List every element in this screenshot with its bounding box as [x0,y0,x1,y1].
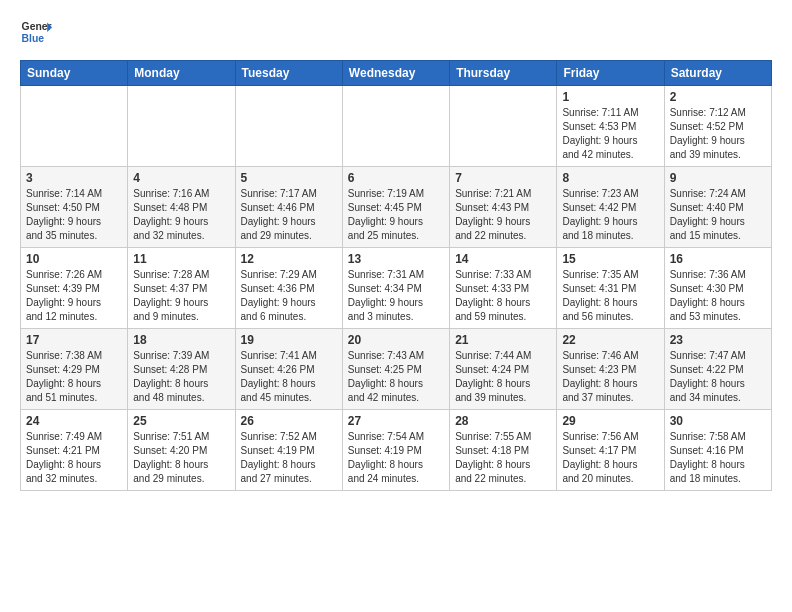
day-number: 11 [133,252,229,266]
calendar-cell: 2Sunrise: 7:12 AM Sunset: 4:52 PM Daylig… [664,86,771,167]
day-number: 27 [348,414,444,428]
day-number: 15 [562,252,658,266]
svg-text:Blue: Blue [22,33,45,44]
day-info: Sunrise: 7:38 AM Sunset: 4:29 PM Dayligh… [26,349,122,405]
day-number: 18 [133,333,229,347]
weekday-header-tuesday: Tuesday [235,61,342,86]
weekday-header-thursday: Thursday [450,61,557,86]
calendar-cell [450,86,557,167]
day-info: Sunrise: 7:36 AM Sunset: 4:30 PM Dayligh… [670,268,766,324]
day-number: 1 [562,90,658,104]
day-number: 7 [455,171,551,185]
day-info: Sunrise: 7:55 AM Sunset: 4:18 PM Dayligh… [455,430,551,486]
day-number: 16 [670,252,766,266]
day-number: 25 [133,414,229,428]
day-number: 20 [348,333,444,347]
calendar-cell: 12Sunrise: 7:29 AM Sunset: 4:36 PM Dayli… [235,248,342,329]
day-number: 8 [562,171,658,185]
logo-icon: General Blue [20,16,52,48]
day-number: 3 [26,171,122,185]
calendar-cell: 9Sunrise: 7:24 AM Sunset: 4:40 PM Daylig… [664,167,771,248]
day-info: Sunrise: 7:58 AM Sunset: 4:16 PM Dayligh… [670,430,766,486]
calendar-cell: 25Sunrise: 7:51 AM Sunset: 4:20 PM Dayli… [128,410,235,491]
day-info: Sunrise: 7:14 AM Sunset: 4:50 PM Dayligh… [26,187,122,243]
day-info: Sunrise: 7:49 AM Sunset: 4:21 PM Dayligh… [26,430,122,486]
day-info: Sunrise: 7:11 AM Sunset: 4:53 PM Dayligh… [562,106,658,162]
calendar-cell: 4Sunrise: 7:16 AM Sunset: 4:48 PM Daylig… [128,167,235,248]
logo: General Blue [20,16,52,48]
calendar-cell: 23Sunrise: 7:47 AM Sunset: 4:22 PM Dayli… [664,329,771,410]
day-number: 6 [348,171,444,185]
calendar-cell: 11Sunrise: 7:28 AM Sunset: 4:37 PM Dayli… [128,248,235,329]
day-number: 24 [26,414,122,428]
calendar-cell: 16Sunrise: 7:36 AM Sunset: 4:30 PM Dayli… [664,248,771,329]
day-number: 19 [241,333,337,347]
day-number: 14 [455,252,551,266]
weekday-header-friday: Friday [557,61,664,86]
day-number: 9 [670,171,766,185]
calendar-cell [235,86,342,167]
day-info: Sunrise: 7:17 AM Sunset: 4:46 PM Dayligh… [241,187,337,243]
day-number: 2 [670,90,766,104]
calendar-cell: 14Sunrise: 7:33 AM Sunset: 4:33 PM Dayli… [450,248,557,329]
calendar-cell: 8Sunrise: 7:23 AM Sunset: 4:42 PM Daylig… [557,167,664,248]
weekday-header-wednesday: Wednesday [342,61,449,86]
calendar-cell: 20Sunrise: 7:43 AM Sunset: 4:25 PM Dayli… [342,329,449,410]
day-info: Sunrise: 7:16 AM Sunset: 4:48 PM Dayligh… [133,187,229,243]
day-info: Sunrise: 7:52 AM Sunset: 4:19 PM Dayligh… [241,430,337,486]
day-info: Sunrise: 7:21 AM Sunset: 4:43 PM Dayligh… [455,187,551,243]
calendar-cell: 13Sunrise: 7:31 AM Sunset: 4:34 PM Dayli… [342,248,449,329]
calendar-cell: 5Sunrise: 7:17 AM Sunset: 4:46 PM Daylig… [235,167,342,248]
calendar-cell [342,86,449,167]
day-info: Sunrise: 7:23 AM Sunset: 4:42 PM Dayligh… [562,187,658,243]
day-info: Sunrise: 7:39 AM Sunset: 4:28 PM Dayligh… [133,349,229,405]
calendar-cell [21,86,128,167]
day-number: 13 [348,252,444,266]
day-number: 23 [670,333,766,347]
calendar-cell: 28Sunrise: 7:55 AM Sunset: 4:18 PM Dayli… [450,410,557,491]
day-number: 26 [241,414,337,428]
header: General Blue [20,16,772,48]
day-number: 21 [455,333,551,347]
calendar-cell [128,86,235,167]
calendar-cell: 7Sunrise: 7:21 AM Sunset: 4:43 PM Daylig… [450,167,557,248]
calendar-cell: 6Sunrise: 7:19 AM Sunset: 4:45 PM Daylig… [342,167,449,248]
day-number: 10 [26,252,122,266]
weekday-header-sunday: Sunday [21,61,128,86]
weekday-header-row: SundayMondayTuesdayWednesdayThursdayFrid… [21,61,772,86]
day-number: 17 [26,333,122,347]
day-info: Sunrise: 7:26 AM Sunset: 4:39 PM Dayligh… [26,268,122,324]
day-info: Sunrise: 7:43 AM Sunset: 4:25 PM Dayligh… [348,349,444,405]
calendar-cell: 24Sunrise: 7:49 AM Sunset: 4:21 PM Dayli… [21,410,128,491]
day-number: 22 [562,333,658,347]
calendar-table: SundayMondayTuesdayWednesdayThursdayFrid… [20,60,772,491]
calendar-week-3: 10Sunrise: 7:26 AM Sunset: 4:39 PM Dayli… [21,248,772,329]
calendar-cell: 26Sunrise: 7:52 AM Sunset: 4:19 PM Dayli… [235,410,342,491]
calendar-cell: 22Sunrise: 7:46 AM Sunset: 4:23 PM Dayli… [557,329,664,410]
day-number: 12 [241,252,337,266]
calendar-week-5: 24Sunrise: 7:49 AM Sunset: 4:21 PM Dayli… [21,410,772,491]
calendar-cell: 27Sunrise: 7:54 AM Sunset: 4:19 PM Dayli… [342,410,449,491]
calendar-cell: 17Sunrise: 7:38 AM Sunset: 4:29 PM Dayli… [21,329,128,410]
day-info: Sunrise: 7:19 AM Sunset: 4:45 PM Dayligh… [348,187,444,243]
calendar-week-4: 17Sunrise: 7:38 AM Sunset: 4:29 PM Dayli… [21,329,772,410]
day-info: Sunrise: 7:29 AM Sunset: 4:36 PM Dayligh… [241,268,337,324]
calendar-cell: 3Sunrise: 7:14 AM Sunset: 4:50 PM Daylig… [21,167,128,248]
day-number: 30 [670,414,766,428]
day-info: Sunrise: 7:35 AM Sunset: 4:31 PM Dayligh… [562,268,658,324]
calendar-cell: 1Sunrise: 7:11 AM Sunset: 4:53 PM Daylig… [557,86,664,167]
day-info: Sunrise: 7:31 AM Sunset: 4:34 PM Dayligh… [348,268,444,324]
calendar-cell: 21Sunrise: 7:44 AM Sunset: 4:24 PM Dayli… [450,329,557,410]
day-info: Sunrise: 7:56 AM Sunset: 4:17 PM Dayligh… [562,430,658,486]
day-info: Sunrise: 7:54 AM Sunset: 4:19 PM Dayligh… [348,430,444,486]
day-info: Sunrise: 7:46 AM Sunset: 4:23 PM Dayligh… [562,349,658,405]
calendar-cell: 15Sunrise: 7:35 AM Sunset: 4:31 PM Dayli… [557,248,664,329]
day-info: Sunrise: 7:24 AM Sunset: 4:40 PM Dayligh… [670,187,766,243]
day-info: Sunrise: 7:44 AM Sunset: 4:24 PM Dayligh… [455,349,551,405]
calendar-week-2: 3Sunrise: 7:14 AM Sunset: 4:50 PM Daylig… [21,167,772,248]
calendar-cell: 30Sunrise: 7:58 AM Sunset: 4:16 PM Dayli… [664,410,771,491]
weekday-header-monday: Monday [128,61,235,86]
calendar-cell: 10Sunrise: 7:26 AM Sunset: 4:39 PM Dayli… [21,248,128,329]
day-info: Sunrise: 7:28 AM Sunset: 4:37 PM Dayligh… [133,268,229,324]
weekday-header-saturday: Saturday [664,61,771,86]
